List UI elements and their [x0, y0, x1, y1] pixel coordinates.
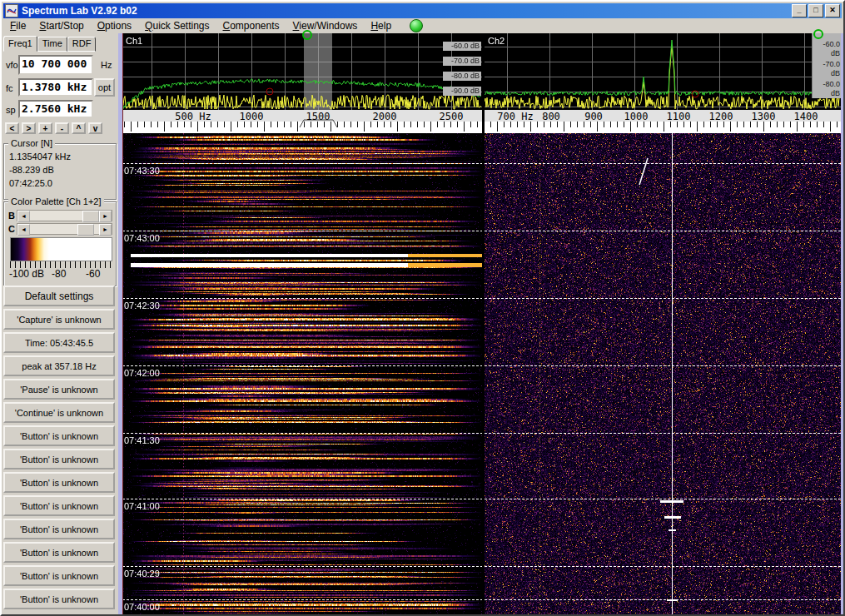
maximize-button[interactable]: □ — [808, 4, 823, 17]
cursor-group-title: Cursor [N] — [8, 138, 55, 148]
shift-down-button[interactable]: v — [88, 122, 102, 134]
continue-button[interactable]: 'Continue' is unknown — [3, 402, 115, 423]
custom-button-8[interactable]: 'Button' is unknown — [3, 589, 115, 609]
pause-button[interactable]: 'Pause' is unknown — [3, 379, 115, 400]
cursor-time: 07:42:25.0 — [9, 178, 52, 188]
brightness-slider-row: B ◄ ► — [8, 209, 112, 221]
ch1-tick-2000: 2000 — [373, 111, 397, 122]
ch1-db-80: -80.0 dB — [443, 72, 481, 81]
fc-label: fc — [6, 83, 13, 93]
default-settings-button[interactable]: Default settings — [3, 286, 115, 306]
brightness-left-arrow-icon[interactable]: ◄ — [17, 211, 30, 222]
custom-button-6[interactable]: 'Button' is unknown — [3, 542, 115, 563]
spectrum-ch1[interactable] — [122, 33, 482, 110]
menu-item-quick-settings[interactable]: Quick Settings — [138, 19, 216, 32]
menu-item-help[interactable]: Help — [364, 19, 398, 32]
waterfall-ch2[interactable] — [485, 133, 841, 616]
custom-button-1[interactable]: 'Button' is unknown — [3, 425, 115, 446]
ch2-db-60: -60.0 dB — [813, 40, 842, 58]
fc-input[interactable]: 1.3780 kHz — [18, 78, 93, 97]
status-ball-icon[interactable] — [410, 19, 423, 32]
brightness-label: B — [8, 211, 17, 221]
custom-button-2[interactable]: 'Button' is unknown — [3, 449, 115, 469]
ch2-peak-marker-icon — [813, 29, 823, 39]
vfo-unit-label: Hz — [101, 60, 112, 70]
contrast-slider[interactable]: ◄ ► — [17, 223, 112, 235]
brightness-thumb[interactable] — [82, 211, 99, 222]
menu-bar: File Start/Stop Options Quick Settings C… — [3, 18, 842, 33]
waterfall-time-0: 07:43:30 — [124, 166, 160, 176]
peak-button[interactable]: peak at 357.18 Hz — [3, 355, 115, 376]
palette-scale-min: -100 dB — [9, 268, 44, 280]
contrast-right-arrow-icon[interactable]: ► — [99, 224, 112, 236]
tab-freq1[interactable]: Freq1 — [3, 36, 37, 52]
tune-right-button[interactable]: > — [22, 122, 36, 134]
ch2-tick-800: 800 — [542, 111, 560, 122]
shift-up-button[interactable]: ^ — [72, 122, 86, 134]
color-palette-group: Color Palette [Ch 1+2] B ◄ ► C ◄ ► -10 — [3, 201, 117, 286]
menu-item-components[interactable]: Components — [216, 19, 286, 32]
palette-group-title: Color Palette [Ch 1+2] — [8, 196, 104, 206]
tune-left-button[interactable]: < — [5, 122, 19, 134]
title-bar[interactable]: Spectrum Lab V2.92 b02 _ □ ✕ — [3, 3, 842, 18]
control-panel: Freq1TimeRDF vfo 10 700 000 Hz fc 1.3780… — [2, 33, 118, 614]
menu-item-view-windows[interactable]: View/Windows — [286, 19, 365, 32]
spectrum-ch2[interactable] — [485, 33, 841, 110]
app-icon-glyph — [7, 6, 17, 16]
custom-button-4[interactable]: 'Button' is unknown — [3, 495, 115, 516]
vfo-label: vfo — [6, 60, 18, 70]
ch1-peak-marker-icon — [302, 30, 312, 40]
menu-item-start-stop[interactable]: Start/Stop — [32, 19, 90, 32]
ch1-tick-2500: 2500 — [440, 111, 464, 122]
waterfall-time-6: 07:40:29 — [124, 569, 160, 579]
ch1-tick-1500: 1500 — [306, 111, 331, 122]
menu-item-options[interactable]: Options — [91, 19, 138, 32]
ch1-db-90: -90.0 dB — [443, 87, 481, 96]
minimize-button[interactable]: _ — [792, 4, 807, 17]
waterfall-time-1: 07:43:00 — [124, 233, 160, 243]
display-area: Ch1 Ch2 -60.0 dB -70.0 dB -80.0 dB -90.0… — [118, 33, 845, 616]
waterfall-ch1[interactable] — [122, 133, 482, 616]
ch2-tick-1400: 1400 — [794, 111, 818, 122]
sp-label: sp — [6, 105, 16, 115]
spectrum-lab-window: Spectrum Lab V2.92 b02 _ □ ✕ File Start/… — [0, 0, 845, 616]
contrast-left-arrow-icon[interactable]: ◄ — [17, 224, 30, 236]
waterfall-time-7: 07:40:00 — [124, 602, 160, 612]
tab-strip: Freq1TimeRDF — [3, 35, 96, 52]
ch2-label: Ch2 — [488, 36, 505, 46]
palette-gradient[interactable] — [10, 237, 112, 261]
contrast-thumb[interactable] — [77, 224, 94, 236]
waterfall-time-4: 07:41:30 — [124, 435, 160, 445]
ch1-tick-1000: 1000 — [240, 111, 264, 122]
ch2-db-scale: -60.0 dB -70.0 dB -80.0 dB — [812, 33, 842, 98]
cursor-amplitude: -88.239 dB — [9, 165, 54, 175]
cursor-frequency: 1.1354047 kHz — [9, 152, 71, 161]
brightness-right-arrow-icon[interactable]: ► — [99, 211, 112, 222]
fc-opt-button[interactable]: opt — [94, 78, 115, 97]
ch2-tick-1200: 1200 — [709, 111, 733, 122]
sp-input[interactable]: 2.7560 kHz — [18, 100, 93, 118]
close-button[interactable]: ✕ — [825, 4, 840, 17]
tab-rdf[interactable]: RDF — [67, 37, 97, 52]
waterfall-time-2: 07:42:30 — [124, 301, 160, 310]
right-edge-strip — [841, 33, 845, 616]
ch2-tick-700: 700 Hz — [497, 111, 533, 122]
vfo-input[interactable]: 10 700 000 — [18, 55, 93, 75]
menu-item-file[interactable]: File — [3, 19, 32, 32]
waterfall-time-3: 07:42:00 — [124, 368, 160, 378]
tab-time[interactable]: Time — [37, 37, 67, 52]
left-edge-strip — [118, 33, 123, 616]
capture-button[interactable]: 'Capture' is unknown — [3, 309, 115, 330]
window-title: Spectrum Lab V2.92 b02 — [22, 5, 790, 17]
contrast-label: C — [8, 224, 17, 234]
custom-button-3[interactable]: 'Button' is unknown — [3, 472, 115, 493]
time-button[interactable]: Time: 05:43:45.5 — [3, 332, 115, 353]
ch2-tick-1300: 1300 — [752, 111, 776, 122]
zoom-out-button[interactable]: - — [55, 122, 69, 134]
brightness-slider[interactable]: ◄ ► — [17, 210, 112, 221]
custom-button-7[interactable]: 'Button' is unknown — [3, 565, 115, 586]
custom-button-5[interactable]: 'Button' is unknown — [3, 519, 115, 539]
channel-divider — [482, 33, 485, 616]
app-icon[interactable] — [5, 4, 18, 17]
zoom-in-button[interactable]: + — [38, 122, 52, 134]
